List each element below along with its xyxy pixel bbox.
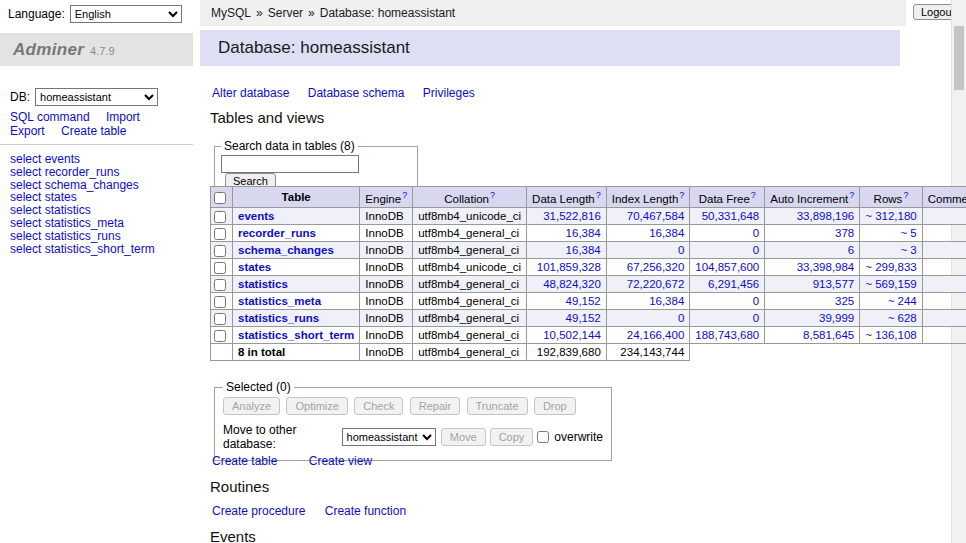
data-length-link[interactable]: 49,152 — [566, 295, 601, 307]
language-select[interactable]: English — [70, 5, 182, 23]
rows-count-link[interactable]: ~ 628 — [888, 312, 917, 324]
row-checkbox[interactable] — [214, 245, 226, 257]
table-name-link[interactable]: statistics_meta — [238, 295, 321, 307]
row-checkbox[interactable] — [214, 228, 226, 240]
breadcrumb-server-link[interactable]: Server — [268, 6, 303, 20]
search-input[interactable] — [221, 155, 359, 173]
sidebar-select-events[interactable]: select events — [10, 153, 155, 166]
select-all-checkbox[interactable] — [214, 192, 226, 204]
data-length-link[interactable]: 31,522,816 — [543, 210, 601, 222]
auto-increment-link[interactable]: 325 — [835, 295, 854, 307]
rows-help-link[interactable]: ? — [903, 190, 908, 200]
index-length-link[interactable]: 0 — [678, 312, 684, 324]
auto-increment-link[interactable]: 39,999 — [819, 312, 854, 324]
create-procedure-link[interactable]: Create procedure — [212, 504, 305, 518]
index-length-link[interactable]: 70,467,584 — [627, 210, 685, 222]
data-free-link[interactable]: 6,291,456 — [708, 278, 759, 290]
engine-help-link[interactable]: ? — [402, 190, 407, 200]
create-table-link[interactable]: Create table — [212, 454, 277, 468]
table-name-link[interactable]: events — [238, 210, 274, 222]
events-heading: Events — [210, 528, 256, 543]
breadcrumb: MySQL » Server » Database: homeassistant — [200, 0, 906, 26]
data-free-link[interactable]: 188,743,680 — [695, 329, 759, 341]
auto-increment-link[interactable]: 913,577 — [813, 278, 855, 290]
create-view-link[interactable]: Create view — [309, 454, 372, 468]
table-name-link[interactable]: statistics — [238, 278, 288, 290]
index-length-link[interactable]: 0 — [678, 244, 684, 256]
table-row: schema_changes InnoDB utf8mb4_general_ci… — [211, 241, 966, 258]
auto-increment-link[interactable]: 6 — [848, 244, 854, 256]
index-length-link[interactable]: 72,220,672 — [627, 278, 685, 290]
data-length-link[interactable]: 16,384 — [566, 244, 601, 256]
move-db-select[interactable]: homeassistant — [342, 428, 436, 446]
sidebar-select-statistics-short-term[interactable]: select statistics_short_term — [10, 243, 155, 256]
data-free-link[interactable]: 50,331,648 — [702, 210, 760, 222]
row-checkbox[interactable] — [214, 330, 226, 342]
auto-increment-help-link[interactable]: ? — [849, 190, 854, 200]
scrollbar-thumb[interactable] — [954, 26, 964, 90]
table-name-link[interactable]: statistics_short_term — [238, 329, 354, 341]
index-length-link[interactable]: 16,384 — [649, 295, 684, 307]
export-link[interactable]: Export — [10, 124, 45, 138]
create-table-link-sidebar[interactable]: Create table — [61, 124, 126, 138]
import-link[interactable]: Import — [106, 110, 140, 124]
rows-count-link[interactable]: ~ 136,108 — [865, 329, 916, 341]
auto-increment-link[interactable]: 33,898,196 — [797, 210, 855, 222]
adminer-logo-bar: Adminer 4.7.9 — [0, 33, 193, 66]
table-name-link[interactable]: statistics_runs — [238, 312, 319, 324]
collation-help-link[interactable]: ? — [490, 190, 495, 200]
rows-count-link[interactable]: ~ 3 — [900, 244, 916, 256]
engine-cell: InnoDB — [360, 309, 413, 326]
data-length-link[interactable]: 16,384 — [566, 227, 601, 239]
row-checkbox[interactable] — [214, 313, 226, 325]
col-index-length: Index Length? — [606, 187, 690, 208]
rows-count-link[interactable]: ~ 299,833 — [865, 261, 916, 273]
data-free-link[interactable]: 104,857,600 — [695, 261, 759, 273]
data-length-link[interactable]: 101,859,328 — [537, 261, 601, 273]
sidebar-select-recorder-runs[interactable]: select recorder_runs — [10, 166, 155, 179]
sidebar-select-statistics-meta[interactable]: select statistics_meta — [10, 217, 155, 230]
data-free-link[interactable]: 0 — [753, 312, 759, 324]
total-data-length: 192,839,680 — [527, 343, 607, 360]
rows-count-link[interactable]: ~ 312,180 — [865, 210, 916, 222]
move-label: Move to other database: — [223, 423, 336, 451]
create-function-link[interactable]: Create function — [325, 504, 406, 518]
adminer-logo-link[interactable]: Adminer — [13, 40, 84, 60]
db-select[interactable]: homeassistant — [35, 88, 158, 106]
db-selector-row: DB:homeassistant — [10, 88, 158, 106]
data-free-link[interactable]: 0 — [753, 244, 759, 256]
row-checkbox[interactable] — [214, 279, 226, 291]
index-length-help-link[interactable]: ? — [679, 190, 684, 200]
sidebar-select-statistics-runs[interactable]: select statistics_runs — [10, 230, 155, 243]
alter-database-link[interactable]: Alter database — [212, 86, 289, 100]
index-length-link[interactable]: 67,256,320 — [627, 261, 685, 273]
row-checkbox[interactable] — [214, 296, 226, 308]
sql-command-link[interactable]: SQL command — [10, 110, 90, 124]
data-length-link[interactable]: 48,824,320 — [543, 278, 601, 290]
index-length-link[interactable]: 24,166,400 — [627, 329, 685, 341]
data-length-link[interactable]: 10,502,144 — [543, 329, 601, 341]
row-checkbox[interactable] — [214, 211, 226, 223]
auto-increment-link[interactable]: 378 — [835, 227, 854, 239]
rows-count-link[interactable]: ~ 244 — [888, 295, 917, 307]
data-length-link[interactable]: 49,152 — [566, 312, 601, 324]
optimize-button: Optimize — [286, 397, 347, 415]
breadcrumb-mysql-link[interactable]: MySQL — [211, 6, 251, 20]
table-name-link[interactable]: states — [238, 261, 271, 273]
table-name-link[interactable]: recorder_runs — [238, 227, 316, 239]
data-length-help-link[interactable]: ? — [596, 190, 601, 200]
privileges-link[interactable]: Privileges — [423, 86, 475, 100]
data-free-link[interactable]: 0 — [753, 295, 759, 307]
table-name-link[interactable]: schema_changes — [238, 244, 334, 256]
row-checkbox[interactable] — [214, 262, 226, 274]
data-free-link[interactable]: 0 — [753, 227, 759, 239]
rows-count-link[interactable]: ~ 5 — [900, 227, 916, 239]
database-schema-link[interactable]: Database schema — [308, 86, 405, 100]
auto-increment-link[interactable]: 33,398,984 — [797, 261, 855, 273]
overwrite-checkbox[interactable] — [537, 431, 549, 443]
move-row: Move to other database: homeassistant Mo… — [223, 423, 603, 451]
rows-count-link[interactable]: ~ 569,159 — [865, 278, 916, 290]
data-free-help-link[interactable]: ? — [751, 190, 756, 200]
index-length-link[interactable]: 16,384 — [649, 227, 684, 239]
auto-increment-link[interactable]: 8,581,645 — [803, 329, 854, 341]
